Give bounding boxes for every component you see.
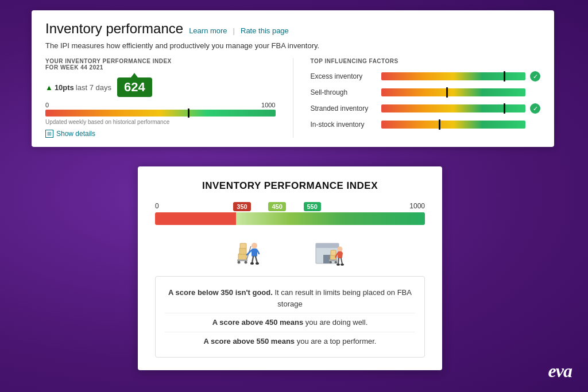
svg-rect-2: [240, 243, 246, 249]
svg-rect-20: [331, 250, 336, 255]
svg-point-13: [250, 262, 254, 265]
no-check-sellthrough: [530, 87, 540, 98]
info-bold-3: A score above 550 means: [204, 337, 295, 346]
info-rest-1: It can result in limits being placed on …: [274, 288, 411, 308]
factors-title: TOP INFLUENCING FACTORS: [311, 58, 541, 64]
svg-line-10: [257, 250, 259, 254]
check-icon-stranded: ✓: [530, 103, 540, 114]
svg-point-14: [256, 262, 259, 265]
inventory-performance-card: Inventory performance Learn more | Rate …: [32, 10, 554, 147]
svg-line-29: [341, 258, 342, 264]
factor-bar-sellthrough: [381, 88, 526, 96]
divider: |: [233, 26, 235, 35]
svg-line-12: [256, 257, 257, 263]
show-details-icon: ⊞: [45, 130, 53, 138]
badge-350: 350: [233, 202, 250, 211]
show-details-label: Show details: [56, 130, 95, 138]
svg-point-5: [238, 261, 241, 264]
progress-labels: 0 1000: [45, 102, 276, 108]
page-title: Inventory performance: [45, 21, 183, 37]
panel-label: YOUR INVENTORY PERFORMANCE INDEX FOR WEE…: [45, 58, 276, 71]
svg-rect-16: [316, 243, 339, 248]
score-pts: 10pts: [55, 83, 74, 92]
ipi-scale-end: 1000: [409, 202, 425, 210]
rate-page-link[interactable]: Rate this page: [241, 26, 289, 35]
factor-label-excess: Excess inventory: [311, 72, 377, 80]
eva-logo: eva: [548, 360, 572, 382]
svg-point-23: [335, 261, 337, 263]
progress-marker: [188, 108, 189, 118]
factor-label-instock: In-stock inventory: [311, 121, 377, 129]
factor-marker-stranded: [504, 103, 505, 114]
show-details-button[interactable]: ⊞ Show details: [45, 130, 276, 138]
scale-end: 1000: [261, 102, 275, 108]
svg-rect-1: [239, 248, 246, 254]
svg-rect-8: [252, 249, 257, 257]
factor-marker-excess: [504, 71, 505, 81]
badge-550: 550: [304, 202, 321, 211]
score-badge: 624: [117, 77, 152, 97]
badge-450: 450: [268, 202, 285, 211]
warehouse-illustration: [307, 238, 347, 269]
factor-marker-instock: [439, 119, 440, 130]
score-row: ▲ 10pts last 7 days 624: [45, 77, 276, 97]
info-rest-2: you are doing well.: [305, 318, 368, 327]
svg-rect-21: [329, 259, 337, 261]
factor-bar-instock: [381, 121, 526, 129]
info-item-1: A score below 350 isn't good. It can res…: [165, 284, 415, 313]
svg-point-24: [338, 247, 343, 252]
card-content: YOUR INVENTORY PERFORMANCE INDEX FOR WEE…: [45, 58, 540, 138]
update-note: Updated weekly based on historical perfo…: [45, 119, 276, 125]
info-item-2: A score above 450 means you are doing we…: [165, 313, 415, 332]
illustrations: [155, 238, 425, 269]
info-box: A score below 350 isn't good. It can res…: [155, 276, 425, 358]
svg-point-6: [245, 261, 247, 264]
factor-row: Stranded inventory ✓: [311, 103, 541, 114]
card-header: Inventory performance Learn more | Rate …: [45, 21, 540, 37]
svg-line-11: [252, 257, 253, 263]
ipi-card-title: INVENTORY PERFORMANCE INDEX: [155, 180, 425, 192]
svg-point-30: [336, 263, 340, 266]
factor-marker-sellthrough: [446, 87, 448, 98]
ipi-bar: [155, 212, 425, 225]
svg-line-27: [342, 253, 342, 257]
arrow-up-icon: ▲: [45, 83, 53, 92]
score-period: last 7 days: [76, 83, 111, 92]
ipi-description: The IPI measures how efficiently and pro…: [45, 41, 540, 50]
factor-row: Excess inventory ✓: [311, 71, 541, 81]
worker-boxes-illustration: [233, 238, 273, 269]
score-change: ▲ 10pts last 7 days: [45, 83, 111, 92]
factor-bar-stranded: [381, 104, 526, 112]
factor-label-stranded: Stranded inventory: [311, 104, 377, 112]
factor-row: Sell-through: [311, 87, 541, 98]
info-bold-1: A score below 350 isn't good.: [168, 288, 273, 297]
factor-bar-excess: [381, 72, 526, 80]
info-rest-3: you are a top performer.: [297, 337, 377, 346]
scale-start: 0: [45, 102, 49, 108]
ipi-scale: 0 1000 350 450 550: [155, 202, 425, 225]
progress-bar: [45, 110, 276, 117]
no-check-instock: [530, 119, 540, 130]
ipi-scale-start: 0: [155, 202, 159, 210]
check-icon-excess: ✓: [530, 71, 540, 81]
right-panel: TOP INFLUENCING FACTORS Excess inventory…: [293, 58, 541, 138]
factor-label-sellthrough: Sell-through: [311, 88, 377, 96]
left-panel: YOUR INVENTORY PERFORMANCE INDEX FOR WEE…: [45, 58, 293, 138]
info-item-3: A score above 550 means you are a top pe…: [165, 332, 415, 351]
progress-container: 0 1000: [45, 102, 276, 117]
svg-point-22: [330, 261, 332, 263]
svg-point-31: [341, 263, 344, 266]
ipi-info-card: INVENTORY PERFORMANCE INDEX 0 1000 350 4…: [138, 166, 442, 370]
factor-row: In-stock inventory: [311, 119, 541, 130]
svg-point-7: [252, 243, 257, 249]
info-bold-2: A score above 450 means: [212, 318, 304, 327]
learn-more-link[interactable]: Learn more: [189, 26, 227, 35]
svg-line-28: [338, 258, 339, 264]
